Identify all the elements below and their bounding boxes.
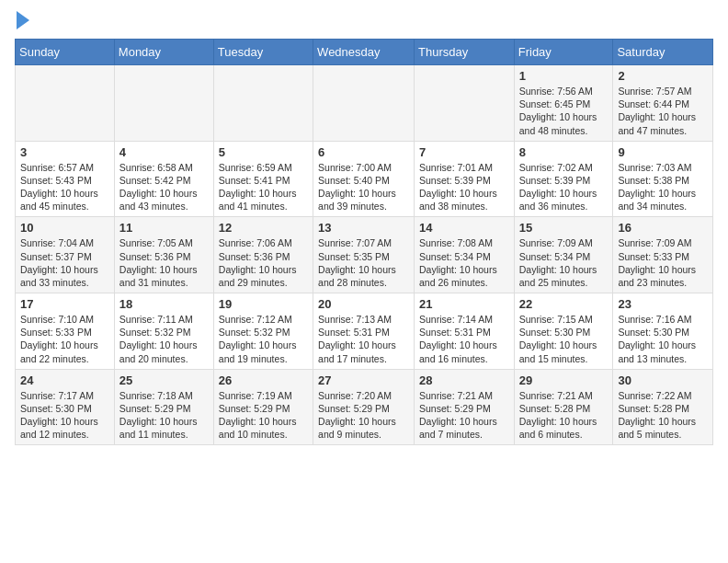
calendar-table: SundayMondayTuesdayWednesdayThursdayFrid…	[15, 39, 713, 445]
day-number: 3	[20, 145, 109, 159]
day-number: 26	[219, 373, 308, 387]
calendar-week-row: 10Sunrise: 7:04 AMSunset: 5:37 PMDayligh…	[16, 217, 713, 293]
calendar-cell: 16Sunrise: 7:09 AMSunset: 5:33 PMDayligh…	[613, 217, 713, 293]
day-number: 11	[119, 221, 209, 235]
day-info: Daylight: 10 hours and 11 minutes.	[119, 415, 209, 441]
day-info: Sunrise: 7:04 AM	[20, 236, 109, 249]
day-info: Daylight: 10 hours and 33 minutes.	[20, 263, 109, 289]
day-info: Sunset: 5:34 PM	[419, 250, 509, 263]
day-of-week-header: Friday	[514, 40, 613, 65]
day-info: Sunset: 5:33 PM	[20, 326, 109, 339]
calendar-cell: 11Sunrise: 7:05 AMSunset: 5:36 PMDayligh…	[114, 217, 213, 293]
day-info: Daylight: 10 hours and 16 minutes.	[419, 339, 509, 364]
calendar-cell: 6Sunrise: 7:00 AMSunset: 5:40 PMDaylight…	[313, 141, 415, 217]
calendar-cell: 7Sunrise: 7:01 AMSunset: 5:39 PMDaylight…	[415, 141, 515, 217]
calendar-cell	[16, 65, 115, 142]
calendar-cell: 27Sunrise: 7:20 AMSunset: 5:29 PMDayligh…	[313, 369, 415, 445]
day-info: Daylight: 10 hours and 34 minutes.	[618, 187, 708, 213]
day-number: 2	[618, 69, 708, 83]
calendar-cell: 4Sunrise: 6:58 AMSunset: 5:42 PMDaylight…	[114, 141, 213, 217]
day-info: Sunset: 5:33 PM	[618, 250, 708, 263]
day-number: 14	[419, 221, 509, 235]
calendar-week-row: 3Sunrise: 6:57 AMSunset: 5:43 PMDaylight…	[16, 141, 713, 217]
day-info: Sunrise: 7:12 AM	[219, 313, 308, 326]
calendar-cell: 12Sunrise: 7:06 AMSunset: 5:36 PMDayligh…	[213, 217, 313, 293]
day-info: Daylight: 10 hours and 25 minutes.	[519, 263, 609, 289]
day-info: Daylight: 10 hours and 41 minutes.	[219, 187, 308, 213]
day-info: Sunset: 5:37 PM	[20, 250, 109, 263]
day-info: Daylight: 10 hours and 48 minutes.	[519, 110, 609, 136]
day-number: 30	[618, 373, 708, 387]
day-info: Daylight: 10 hours and 39 minutes.	[318, 187, 409, 213]
day-info: Sunrise: 7:17 AM	[20, 389, 109, 402]
day-info: Sunset: 5:36 PM	[119, 250, 209, 263]
day-info: Daylight: 10 hours and 38 minutes.	[419, 187, 509, 213]
day-info: Daylight: 10 hours and 31 minutes.	[119, 263, 209, 289]
calendar-week-row: 17Sunrise: 7:10 AMSunset: 5:33 PMDayligh…	[16, 293, 713, 370]
day-info: Sunrise: 7:09 AM	[519, 236, 609, 249]
calendar-cell	[213, 65, 313, 142]
day-info: Daylight: 10 hours and 10 minutes.	[219, 415, 308, 441]
day-info: Daylight: 10 hours and 20 minutes.	[119, 339, 209, 364]
day-info: Sunrise: 7:01 AM	[419, 161, 509, 174]
calendar-cell: 13Sunrise: 7:07 AMSunset: 5:35 PMDayligh…	[313, 217, 415, 293]
day-info: Sunrise: 7:20 AM	[318, 389, 409, 402]
day-info: Sunset: 5:30 PM	[618, 326, 708, 339]
day-number: 27	[318, 373, 409, 387]
calendar-cell: 30Sunrise: 7:22 AMSunset: 5:28 PMDayligh…	[613, 369, 713, 445]
day-info: Daylight: 10 hours and 26 minutes.	[419, 263, 509, 289]
day-info: Daylight: 10 hours and 28 minutes.	[318, 263, 409, 289]
day-info: Sunrise: 7:57 AM	[618, 85, 708, 98]
calendar-cell: 23Sunrise: 7:16 AMSunset: 5:30 PMDayligh…	[613, 293, 713, 370]
calendar-cell: 2Sunrise: 7:57 AMSunset: 6:44 PMDaylight…	[613, 65, 713, 142]
day-info: Sunrise: 7:03 AM	[618, 161, 708, 174]
day-info: Sunset: 5:29 PM	[318, 402, 409, 415]
calendar-cell: 20Sunrise: 7:13 AMSunset: 5:31 PMDayligh…	[313, 293, 415, 370]
calendar-cell: 22Sunrise: 7:15 AMSunset: 5:30 PMDayligh…	[514, 293, 613, 370]
calendar-cell: 9Sunrise: 7:03 AMSunset: 5:38 PMDaylight…	[613, 141, 713, 217]
day-number: 13	[318, 221, 409, 235]
day-number: 8	[519, 145, 609, 159]
calendar-cell: 29Sunrise: 7:21 AMSunset: 5:28 PMDayligh…	[514, 369, 613, 445]
day-info: Sunset: 5:30 PM	[519, 326, 609, 339]
calendar-cell	[313, 65, 415, 142]
day-of-week-header: Wednesday	[313, 40, 415, 65]
day-info: Sunrise: 7:10 AM	[20, 313, 109, 326]
day-info: Sunrise: 7:16 AM	[618, 313, 708, 326]
calendar-cell: 25Sunrise: 7:18 AMSunset: 5:29 PMDayligh…	[114, 369, 213, 445]
day-number: 17	[20, 297, 109, 311]
day-info: Sunset: 5:40 PM	[318, 174, 409, 187]
day-info: Daylight: 10 hours and 17 minutes.	[318, 339, 409, 364]
day-info: Sunrise: 7:09 AM	[618, 236, 708, 249]
day-number: 20	[318, 297, 409, 311]
day-info: Sunset: 5:29 PM	[419, 402, 509, 415]
day-info: Sunset: 6:45 PM	[519, 98, 609, 110]
day-info: Sunrise: 6:57 AM	[20, 161, 109, 174]
day-info: Sunset: 5:32 PM	[119, 326, 209, 339]
day-number: 5	[219, 145, 308, 159]
day-info: Sunset: 5:41 PM	[219, 174, 308, 187]
day-info: Sunset: 5:36 PM	[219, 250, 308, 263]
day-info: Sunset: 5:29 PM	[219, 402, 308, 415]
calendar-header-row: SundayMondayTuesdayWednesdayThursdayFrid…	[16, 40, 713, 65]
day-number: 10	[20, 221, 109, 235]
day-info: Sunrise: 6:58 AM	[119, 161, 209, 174]
calendar-cell: 17Sunrise: 7:10 AMSunset: 5:33 PMDayligh…	[16, 293, 115, 370]
day-number: 9	[618, 145, 708, 159]
day-info: Sunset: 5:34 PM	[519, 250, 609, 263]
calendar-cell: 8Sunrise: 7:02 AMSunset: 5:39 PMDaylight…	[514, 141, 613, 217]
day-info: Sunset: 5:42 PM	[119, 174, 209, 187]
day-number: 23	[618, 297, 708, 311]
calendar-cell: 14Sunrise: 7:08 AMSunset: 5:34 PMDayligh…	[415, 217, 515, 293]
day-info: Daylight: 10 hours and 15 minutes.	[519, 339, 609, 364]
calendar-cell: 5Sunrise: 6:59 AMSunset: 5:41 PMDaylight…	[213, 141, 313, 217]
day-number: 19	[219, 297, 308, 311]
day-info: Sunset: 5:35 PM	[318, 250, 409, 263]
day-info: Daylight: 10 hours and 7 minutes.	[419, 415, 509, 441]
day-info: Sunrise: 7:02 AM	[519, 161, 609, 174]
day-info: Sunrise: 7:15 AM	[519, 313, 609, 326]
day-info: Sunrise: 7:18 AM	[119, 389, 209, 402]
day-info: Sunrise: 6:59 AM	[219, 161, 308, 174]
day-info: Sunrise: 7:05 AM	[119, 236, 209, 249]
calendar-cell: 19Sunrise: 7:12 AMSunset: 5:32 PMDayligh…	[213, 293, 313, 370]
